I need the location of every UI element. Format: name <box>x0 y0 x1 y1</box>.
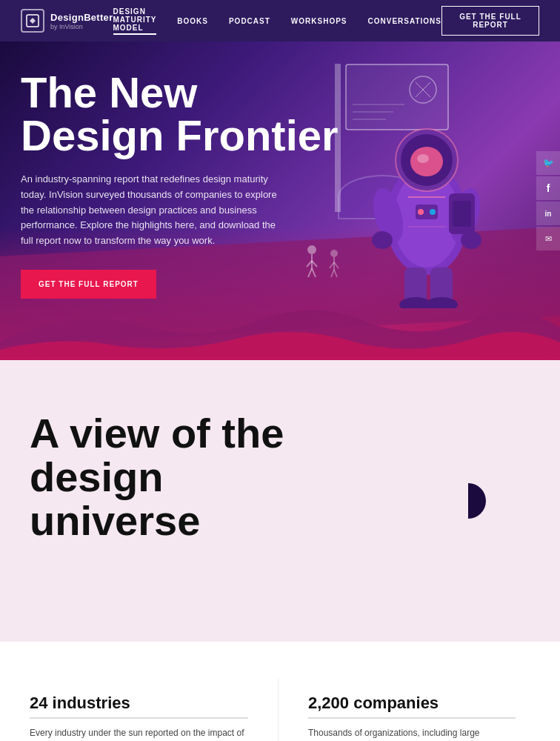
social-icon-link[interactable]: ✉ <box>536 227 560 250</box>
nav-cta-button[interactable]: GET THE FULL REPORT <box>441 6 539 36</box>
logo-text: DesignBetter by InVision <box>50 12 113 30</box>
hero-title-line1: The New <box>21 68 198 116</box>
nav-link-workshops[interactable]: WORKSHOPS <box>291 17 347 25</box>
hero-content: The New Design Frontier An industry-span… <box>21 71 539 299</box>
nav-link-books[interactable]: BOOKS <box>177 17 208 25</box>
hero-title: The New Design Frontier <box>21 71 376 157</box>
hero-cta-button[interactable]: GET THE FULL REPORT <box>21 270 156 299</box>
stat-industries: 24 industries Every industry under the s… <box>30 679 279 741</box>
navigation: DesignBetter by InVision DESIGN MATURITY… <box>0 0 560 41</box>
half-circle-decoration <box>468 483 486 519</box>
stat-industries-title: 24 industries <box>30 694 248 713</box>
stats-grid: 24 industries Every industry under the s… <box>30 679 530 741</box>
hero-section: 🐦 f in ✉ The New Design Frontier An indu… <box>0 41 560 360</box>
section2-title: A view of the design universe <box>30 412 289 542</box>
logo-icon <box>21 9 44 33</box>
stat-right-col: 2,200 companies Thousands of organizatio… <box>279 679 530 741</box>
stat-companies-title: 2,200 companies <box>308 694 516 713</box>
social-icons: 🐦 f in ✉ <box>536 151 560 250</box>
section2-title-line3: universe <box>30 497 200 544</box>
logo-main: DesignBetter <box>50 12 113 23</box>
social-icon-facebook[interactable]: f <box>536 176 560 200</box>
logo[interactable]: DesignBetter by InVision <box>21 9 113 33</box>
social-icon-twitter[interactable]: 🐦 <box>536 151 560 175</box>
stat-companies-desc: Thousands of organizations, including la… <box>308 726 516 741</box>
hero-title-line2: Design Frontier <box>21 111 339 159</box>
stat-industries-desc: Every industry under the sun reported on… <box>30 726 248 741</box>
section2-title-line2: design <box>30 453 163 500</box>
nav-link-conversations[interactable]: CONVERSATIONS <box>368 17 442 25</box>
section2: A view of the design universe <box>0 360 560 642</box>
section2-title-line1: A view of the <box>30 410 284 456</box>
social-icon-linkedin[interactable]: in <box>536 202 560 225</box>
logo-sub: by InVision <box>50 23 113 30</box>
stat-divider1 <box>30 717 248 719</box>
nav-link-podcast[interactable]: PODCAST <box>229 17 270 25</box>
nav-links: DESIGN MATURITY MODEL BOOKS PODCAST WORK… <box>113 7 442 35</box>
stats-section: 24 industries Every industry under the s… <box>0 642 560 741</box>
stat-divider2 <box>308 717 516 719</box>
hero-description: An industry-spanning report that redefin… <box>21 172 287 249</box>
nav-link-design-maturity[interactable]: DESIGN MATURITY MODEL <box>113 7 157 35</box>
